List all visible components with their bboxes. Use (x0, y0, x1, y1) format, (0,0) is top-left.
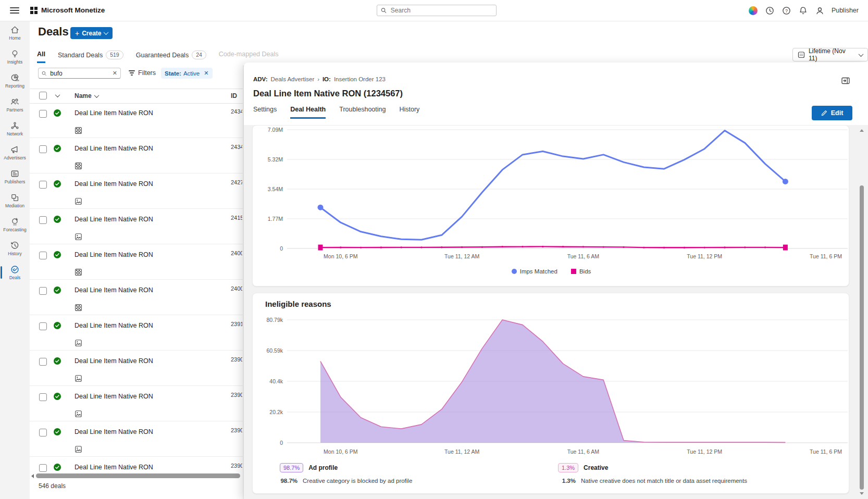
table-row[interactable]: Deal Line Item Native RON 2434 (30, 138, 243, 173)
notifications-bell-icon[interactable] (795, 2, 812, 19)
sidebar-item-publishers[interactable]: Publishers (0, 165, 30, 189)
table-row[interactable]: Deal Line Item Native RON 2391 (30, 315, 243, 351)
sidebar-item-partners[interactable]: Partners (0, 93, 30, 117)
svg-text:40.4k: 40.4k (269, 378, 283, 384)
deal-id: 2390 (231, 463, 242, 469)
row-checkbox[interactable] (39, 429, 47, 436)
table-row[interactable]: Deal Line Item Native RON 2434 (30, 103, 243, 138)
legend-dot-icon (512, 269, 517, 274)
row-checkbox[interactable] (39, 181, 47, 189)
column-header-id[interactable]: ID (231, 92, 237, 99)
date-range-button[interactable]: Lifetime (Nov 11) (792, 48, 868, 61)
table-row[interactable]: Deal Line Item Native RON 2415 (30, 209, 243, 244)
copilot-icon[interactable] (745, 2, 762, 19)
adv-value[interactable]: Deals Advertiser (270, 76, 314, 82)
tab-settings[interactable]: Settings (253, 106, 277, 119)
row-checkbox[interactable] (39, 216, 47, 224)
table-row[interactable]: Deal Line Item Native RON 2427 (30, 173, 243, 209)
global-search-input[interactable] (390, 6, 492, 15)
sidebar-item-advertisers[interactable]: Advertisers (0, 141, 30, 165)
legend-imps-matched[interactable]: Imps Matched (512, 268, 557, 275)
horizontal-scrollbar[interactable] (30, 473, 243, 479)
sidebar-item-deals[interactable]: Deals (0, 260, 30, 284)
deal-name-link[interactable]: Deal Line Item Native RON (75, 251, 153, 258)
sidebar-item-forecasting[interactable]: Forecasting (0, 213, 30, 236)
deal-name-link[interactable]: Deal Line Item Native RON (75, 428, 153, 435)
horizontal-scrollbar-thumb[interactable] (36, 473, 240, 478)
row-checkbox[interactable] (39, 464, 47, 472)
image-creative-icon (75, 375, 82, 381)
user-role-label[interactable]: Publisher (832, 7, 859, 14)
svg-text:3.54M: 3.54M (268, 186, 283, 192)
selection-menu-chevron-icon[interactable] (55, 92, 60, 97)
list-search-box[interactable]: ✕ (38, 68, 121, 79)
table-row[interactable]: Deal Line Item Native RON 2390 (30, 351, 243, 386)
panel-vertical-scrollbar[interactable] (859, 127, 865, 497)
deal-name-link[interactable]: Deal Line Item Native RON (75, 145, 153, 152)
scroll-down-arrow-icon[interactable] (860, 492, 864, 495)
table-row[interactable]: Deal Line Item Native RON 2390 (30, 386, 243, 421)
scroll-up-arrow-icon[interactable] (860, 129, 864, 132)
deal-name-link[interactable]: Deal Line Item Native RON (75, 109, 153, 117)
sidebar-item-home[interactable]: Home (0, 21, 30, 45)
legend-bids[interactable]: Bids (571, 268, 591, 275)
open-in-full-page-icon[interactable] (841, 76, 850, 85)
chevron-down-icon (859, 52, 864, 57)
tab-guaranteed-deals[interactable]: Guaranteed Deals24 (136, 51, 206, 63)
deal-name-link[interactable]: Deal Line Item Native RON (75, 216, 153, 223)
filters-button[interactable]: Filters (129, 69, 156, 77)
global-search-box[interactable] (377, 5, 497, 16)
row-checkbox[interactable] (39, 322, 47, 330)
tab-all[interactable]: All (37, 51, 45, 63)
deal-name-link[interactable]: Deal Line Item Native RON (75, 357, 153, 365)
tab-standard-deals[interactable]: Standard Deals519 (58, 51, 123, 63)
vertical-scrollbar-thumb[interactable] (860, 185, 864, 490)
tab-deal-health[interactable]: Deal Health (290, 106, 326, 119)
plus-icon: + (75, 30, 79, 37)
table-row[interactable]: Deal Line Item Native RON 2400 (30, 280, 243, 315)
deal-name-link[interactable]: Deal Line Item Native RON (75, 180, 153, 188)
active-status-icon (53, 286, 61, 294)
svg-text:0: 0 (280, 245, 283, 252)
tab-code-mapped-deals[interactable]: Code-mapped Deals (219, 51, 279, 61)
sidebar-item-mediation[interactable]: Mediation (0, 189, 30, 213)
select-all-checkbox[interactable] (39, 92, 47, 99)
help-icon[interactable]: ? (778, 2, 795, 19)
breadcrumb-chevron-icon: › (317, 76, 319, 82)
image-creative-icon (75, 197, 82, 204)
deal-name-link[interactable]: Deal Line Item Native RON (75, 464, 153, 471)
sidebar-item-history[interactable]: History (0, 236, 30, 260)
row-checkbox[interactable] (39, 252, 47, 259)
table-row[interactable]: Deal Line Item Native RON 2390 (30, 421, 243, 457)
column-header-name[interactable]: Name (75, 92, 98, 99)
row-checkbox[interactable] (39, 110, 47, 118)
table-row[interactable]: Deal Line Item Native RON 2390 (30, 457, 243, 473)
create-button[interactable]: + Create (70, 27, 113, 39)
deal-name-link[interactable]: Deal Line Item Native RON (75, 286, 153, 294)
state-active-filter-chip[interactable]: State: Active ✕ (161, 68, 213, 79)
deal-name-link[interactable]: Deal Line Item Native RON (75, 322, 153, 329)
row-checkbox[interactable] (39, 358, 47, 366)
edit-button[interactable]: Edit (812, 106, 852, 120)
sidebar-item-network[interactable]: Network (0, 117, 30, 141)
remove-filter-icon[interactable]: ✕ (204, 70, 208, 76)
account-person-icon[interactable] (812, 2, 828, 19)
io-value[interactable]: Insertion Order 123 (334, 76, 386, 82)
image-creative-icon (75, 445, 82, 452)
tab-history[interactable]: History (399, 106, 419, 119)
row-checkbox[interactable] (39, 393, 47, 401)
deal-name-link[interactable]: Deal Line Item Native RON (75, 393, 153, 400)
tab-troubleshooting[interactable]: Troubleshooting (339, 106, 386, 119)
deal-id: 2390 (231, 392, 242, 398)
recent-activity-icon[interactable] (762, 2, 778, 19)
scroll-left-arrow-icon[interactable] (31, 474, 34, 478)
hamburger-menu-icon[interactable] (10, 6, 19, 15)
svg-text:Tue 11, 6 PM: Tue 11, 6 PM (810, 253, 842, 259)
list-search-input[interactable] (49, 69, 109, 78)
row-checkbox[interactable] (39, 145, 47, 153)
sidebar-item-insights[interactable]: Insights (0, 45, 30, 69)
sidebar-item-reporting[interactable]: Reporting (0, 69, 30, 93)
row-checkbox[interactable] (39, 287, 47, 295)
table-row[interactable]: Deal Line Item Native RON 2400 (30, 244, 243, 280)
clear-search-icon[interactable]: ✕ (113, 70, 117, 76)
